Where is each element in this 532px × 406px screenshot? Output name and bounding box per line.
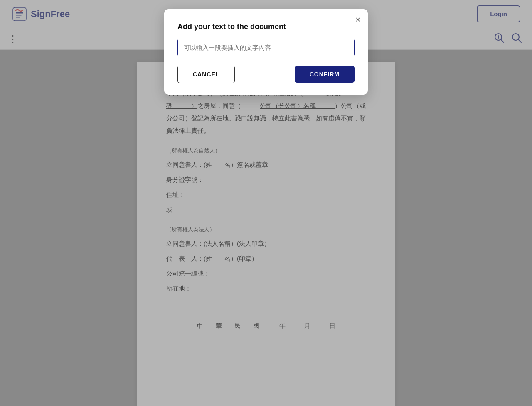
- add-text-modal: × Add your text to the document CANCEL C…: [164, 9, 368, 95]
- cancel-button[interactable]: CANCEL: [177, 66, 235, 83]
- modal-close-button[interactable]: ×: [355, 15, 360, 24]
- confirm-button[interactable]: CONFIRM: [295, 66, 355, 83]
- modal-overlay: × Add your text to the document CANCEL C…: [0, 0, 532, 406]
- modal-actions: CANCEL CONFIRM: [177, 66, 355, 83]
- modal-title: Add your text to the document: [177, 22, 355, 31]
- modal-text-input[interactable]: [177, 39, 355, 56]
